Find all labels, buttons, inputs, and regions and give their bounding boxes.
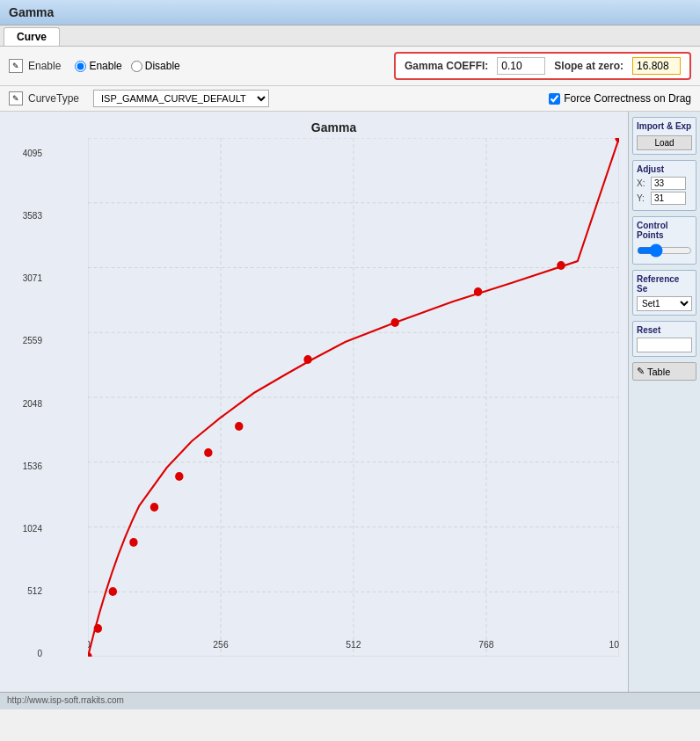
control-points-slider[interactable] — [637, 243, 692, 258]
enable-control: ✎ Enable — [9, 59, 61, 73]
curvetype-label: CurveType — [28, 92, 79, 105]
control-points-section: Control Points — [632, 216, 696, 265]
title-bar: Gamma — [0, 0, 700, 25]
radio-disable[interactable]: Disable — [131, 60, 180, 72]
window-title: Gamma — [9, 5, 54, 19]
y-label-1536: 1536 — [4, 461, 46, 471]
force-correctness-checkbox[interactable] — [549, 93, 560, 105]
control-point[interactable] — [109, 587, 117, 596]
adjust-x-row: X: — [637, 177, 692, 190]
curve-select[interactable]: ISP_GAMMA_CURVE_DEFAULT — [93, 90, 269, 107]
gamma-coeffi-label: Gamma COEFFI: — [405, 60, 488, 72]
adjust-title: Adjust — [637, 164, 692, 174]
reference-set-select[interactable]: Set1 — [637, 296, 692, 311]
main-area: Gamma 4095 3583 3071 2559 2048 1536 1024… — [0, 112, 700, 692]
x-label-1024: 1024 — [609, 639, 619, 650]
control-point[interactable] — [615, 138, 619, 142]
force-correctness-label: Force Correctness on Drag — [564, 92, 691, 105]
chart-area: Gamma 4095 3583 3071 2559 2048 1536 1024… — [0, 112, 628, 692]
slope-at-zero-label: Slope at zero: — [554, 60, 623, 72]
table-label: Table — [647, 367, 670, 377]
control-point[interactable] — [390, 318, 398, 327]
y-label-4095: 4095 — [4, 149, 46, 158]
table-icon: ✎ — [637, 366, 645, 377]
x-label-256: 256 — [213, 639, 228, 650]
reference-set-title: Reference Se — [637, 274, 692, 294]
table-button[interactable]: ✎ Table — [632, 362, 696, 381]
control-point[interactable] — [129, 538, 137, 547]
radio-disable-input[interactable] — [131, 61, 142, 72]
reset-title: Reset — [637, 325, 692, 335]
reset-input[interactable] — [637, 338, 692, 352]
curvetype-control: ✎ CurveType — [9, 91, 79, 105]
adjust-y-label: Y: — [637, 193, 649, 203]
x-label-768: 768 — [478, 639, 493, 650]
y-label-2048: 2048 — [4, 399, 46, 409]
gamma-params-box: Gamma COEFFI: Slope at zero: — [394, 52, 691, 80]
adjust-section: Adjust X: Y: — [632, 160, 696, 211]
control-points-slider-wrap — [637, 243, 692, 260]
y-label-1024: 1024 — [4, 524, 46, 534]
radio-enable-input[interactable] — [75, 61, 86, 72]
curvetype-edit-icon[interactable]: ✎ — [9, 91, 23, 105]
gamma-coeffi-input[interactable] — [497, 57, 545, 75]
adjust-x-input[interactable] — [651, 177, 686, 190]
enable-radio-group: Enable Disable — [75, 60, 179, 72]
right-panel: Import & Exp Load Adjust X: Y: Control P… — [628, 112, 700, 692]
control-points-title: Control Points — [637, 221, 692, 240]
adjust-y-row: Y: — [637, 192, 692, 205]
control-point[interactable] — [204, 448, 212, 457]
load-button[interactable]: Load — [637, 135, 692, 150]
curve-select-wrap: ISP_GAMMA_CURVE_DEFAULT — [93, 90, 269, 107]
enable-edit-icon[interactable]: ✎ — [9, 59, 23, 73]
slope-at-zero-input[interactable] — [632, 57, 681, 75]
tab-curve[interactable]: Curve — [4, 27, 60, 46]
enable-label: Enable — [28, 60, 61, 72]
controls-row-1: ✎ Enable Enable Disable Gamma COEFFI: Sl… — [0, 47, 700, 86]
y-label-0: 0 — [4, 649, 46, 658]
control-point[interactable] — [88, 652, 92, 657]
control-point[interactable] — [175, 472, 183, 481]
control-point[interactable] — [474, 287, 482, 296]
control-point[interactable] — [557, 261, 565, 270]
control-point[interactable] — [150, 503, 158, 512]
x-label-512: 512 — [346, 639, 361, 650]
status-text: http://www.isp-soft.rrakits.com — [7, 695, 124, 705]
status-bar: http://www.isp-soft.rrakits.com — [0, 692, 700, 709]
y-label-3071: 3071 — [4, 273, 46, 283]
control-point[interactable] — [235, 422, 243, 431]
radio-enable[interactable]: Enable — [75, 60, 121, 72]
control-point[interactable] — [94, 624, 102, 633]
y-label-2559: 2559 — [4, 336, 46, 345]
gamma-chart[interactable]: 0 256 512 768 1024 — [88, 138, 619, 657]
import-export-title: Import & Exp — [637, 121, 692, 131]
adjust-x-label: X: — [637, 178, 649, 188]
chart-title: Gamma — [48, 120, 619, 134]
controls-row-2: ✎ CurveType ISP_GAMMA_CURVE_DEFAULT Forc… — [0, 86, 700, 112]
import-export-section: Import & Exp Load — [632, 117, 696, 155]
x-label-0: 0 — [88, 639, 91, 650]
control-point[interactable] — [303, 355, 311, 364]
force-correctness-row: Force Correctness on Drag — [549, 92, 691, 105]
reset-section: Reset — [632, 321, 696, 357]
tab-bar: Curve — [0, 25, 700, 47]
y-label-512: 512 — [4, 586, 46, 596]
reference-set-section: Reference Se Set1 — [632, 270, 696, 316]
adjust-y-input[interactable] — [651, 192, 686, 205]
y-label-3583: 3583 — [4, 211, 46, 221]
